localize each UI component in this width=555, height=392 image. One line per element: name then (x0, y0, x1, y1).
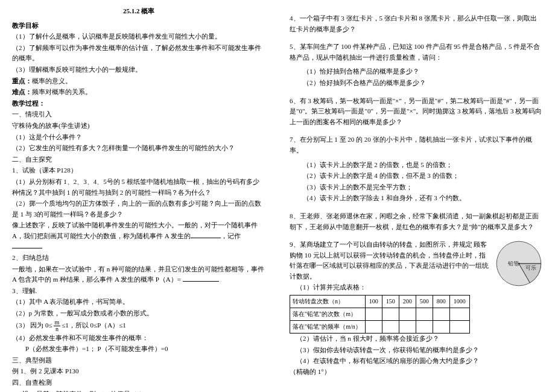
q7b: （2）该卡片上的数字是 4 的倍数，但不是 3 的倍数； (290, 171, 543, 182)
right-column: 4、一个箱子中有 3 张红卡片，5 张白卡片和 8 张黑卡片，那么从中任取一张，… (278, 0, 555, 392)
table-row: 落在"铅笔"的频率（m/n） (290, 321, 470, 334)
th2: 落在"铅笔"的次数（m） (290, 308, 366, 321)
blank (12, 242, 42, 248)
sec-4: 3、理解. (12, 286, 265, 297)
keypoint: 重点：重点：概率的意义。概率的意义。 (12, 76, 265, 87)
cell: 200 (399, 296, 416, 308)
data-table: 转动转盘次数（n） 100 150 200 500 800 1000 落在"铅笔… (290, 295, 470, 334)
sec-2a: 1、试验（课本 P128） (12, 165, 265, 176)
sec-2d: 像上述数字，反映了试验中随机事件发生的可能性大小。一般的，对于一个随机事件 A，… (12, 220, 265, 252)
cell: 150 (382, 296, 399, 308)
sec-1b: （1）这是个什么事件？ (12, 132, 265, 143)
sec-4a: （1）其中 A 表示随机事件，书写简单。 (12, 297, 265, 308)
t-head: （1）计算并完成表格： (290, 282, 490, 293)
q7a: （1）该卡片上的数字是 2 的倍数，也是 5 的倍数； (290, 160, 543, 171)
t2: （2）请估计，当 n 很大时，频率将会接近多少？ (290, 334, 490, 344)
wheel-label-pencil: 铅笔 (507, 261, 519, 267)
blank (191, 232, 221, 238)
q4: 4、一个箱子中有 3 张红卡片，5 张白卡片和 8 张黑卡片，那么从中任取一张，… (290, 13, 543, 34)
q9-text: 9、某商场建立了一个可以自由转动的转盘，如图所示，并规定 顾客购物 10 元以上… (290, 239, 490, 378)
th1: 转动转盘次数（n） (290, 296, 366, 308)
cell: 500 (416, 296, 433, 308)
cell: 100 (365, 296, 382, 308)
sec-4e: P（必然发生事件）=1； P（不可能发生事件）=0 (12, 344, 265, 355)
q7: 7、在分别写上 1 至 20 的 20 张的小卡片中，随机抽出一张卡片，试求以下… (290, 134, 543, 156)
q8: 8、王老师、张老师退休在家，闲暇之余，经常下象棋消遣，知一副象棋起初都是正面朝下… (290, 211, 543, 232)
sec-2: 二、自主探究 (12, 154, 265, 165)
q7c: （3）该卡片上的数不是完全平方数； (290, 182, 543, 193)
q6: 6、有 3 枚筹码，第一枚筹码一面是"×"，另一面是"#"，第二枚筹码一面是"#… (290, 96, 543, 128)
sec-4b: （2）p 为常数，一般写成分数或者小数的形式。 (12, 308, 265, 319)
sec-1a: 守株待兔的故事(学生讲述) (12, 121, 265, 131)
sec-5a: 例 1、例 2 见课本 P130 (12, 366, 265, 377)
cell: 1000 (449, 296, 469, 308)
process-head: 教学过程： (12, 98, 265, 109)
wheel-label-cola: 可乐 (525, 265, 536, 271)
cell (365, 321, 382, 334)
sec-5: 三、典型例题 (12, 355, 265, 366)
q5b: （2）恰好抽到不合格产品的概率是多少？ (290, 78, 543, 89)
fraction-icon: mn (54, 320, 61, 332)
sec-1c: （2）它发生的可能性有多大？怎样衡量一个随机事件发生的可能性的大小？ (12, 143, 265, 154)
objectives-head: 教学目标 (12, 21, 265, 31)
th3: 落在"铅笔"的频率（m/n） (290, 321, 366, 334)
t3: （3）假如你去转动该转盘一次，你获得铅笔的概率约是多少？ (290, 345, 490, 356)
q1: 1、设 A 是某一随机事件，则 P(A)的值是（ ） (12, 389, 265, 392)
obj-1: （1）了解什么是概率，认识概率是反映随机事件发生可能性大小的量。 (12, 31, 265, 42)
q7d: （4）该卡片上的数字除去 1 和自身外，还有 3 个约数。 (290, 193, 543, 204)
sec-3: 2、归纳总结 (12, 253, 265, 264)
q5a: （1）恰好抽到合格产品的概率是多少？ (290, 66, 543, 77)
obj-2: （2）了解频率可以作为事件发生概率的估计值，了解必然发生事件和不可能发生事件的概… (12, 43, 265, 64)
t4: （4）在该转盘中，标有铅笔区域的扇形的圆心角大约是多少？（精确的 1°） (290, 356, 490, 377)
table-row: 落在"铅笔"的次数（m） (290, 308, 470, 321)
table-row: 转动转盘次数（n） 100 150 200 500 800 1000 (290, 296, 470, 308)
sec-4d: （4）必然发生事件和不可能发生事件的概率： (12, 333, 265, 344)
difficulty: 难点：频率对概率的关系。 (12, 87, 265, 98)
sec-2b: （1）从分别标有 1、2、3、4、5号的 5 根纸签中随机地抽取一根，抽出的号码… (12, 177, 265, 198)
q5: 5、某车间生产了 100 件某种产品，已知这 100 件产品有 95 件是合格产… (290, 42, 543, 63)
sec-6: 四、自查检测 (12, 378, 265, 388)
sec-2c: （2）掷一个质地均匀的正方体骰子，向上的一面的点数有多少可能？向上一面的点数是 … (12, 198, 265, 220)
q9: 9、某商场建立了一个可以自由转动的转盘，如图所示，并规定 顾客购物 10 元以上… (290, 239, 543, 378)
sec-3a: 一般地，如果在一次试验中，有 n 种可能的结果，并且它们发生的可能性都相等，事件… (12, 264, 265, 285)
doc-title: 25.1.2 概率 (12, 6, 265, 17)
cell (365, 308, 382, 321)
sec-4c: （3） 因为 0≤mn≤1，所以 0≤P（A）≤1 (12, 320, 265, 332)
cell: 800 (433, 296, 449, 308)
wheel-icon: 铅笔 可乐 (495, 239, 543, 288)
obj-3: （3）理解概率反映可能性大小的一般规律。 (12, 65, 265, 75)
q9a: 9、某商场建立了一个可以自由转动的转盘，如图所示，并规定 顾客购物 10 元以上… (290, 239, 490, 282)
blank (183, 275, 219, 282)
left-column: 25.1.2 概率 教学目标 （1）了解什么是概率，认识概率是反映随机事件发生可… (0, 0, 278, 392)
sec-1: 一、情境引入 (12, 109, 265, 120)
